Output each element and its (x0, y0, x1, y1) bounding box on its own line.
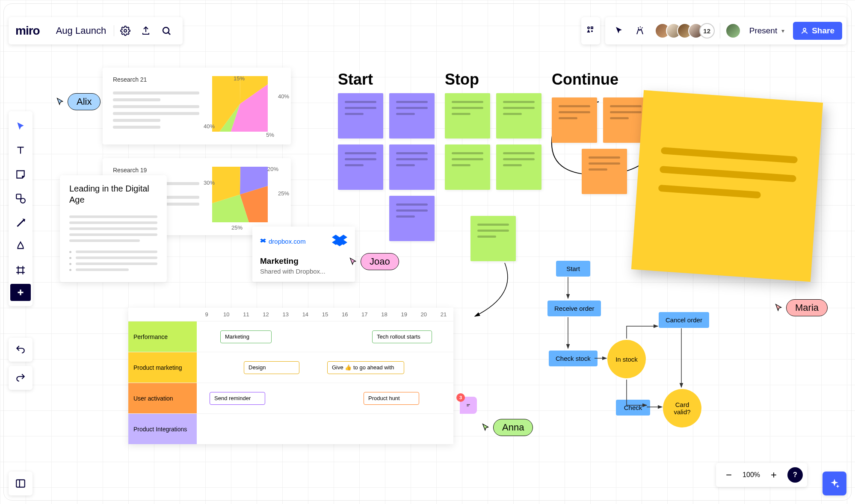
sticky-note[interactable] (389, 93, 435, 139)
connector-tool[interactable] (9, 210, 33, 234)
svg-point-11 (219, 83, 261, 125)
redo-button[interactable] (9, 366, 33, 390)
timeline-bar[interactable]: Tech rollout starts (372, 330, 432, 343)
sticky-note[interactable] (445, 144, 490, 190)
svg-point-1 (163, 27, 169, 33)
reactions-icon[interactable] (631, 21, 650, 40)
timeline-row-label: Product Integrations (128, 414, 197, 444)
sticky-note[interactable] (552, 97, 597, 143)
flow-node[interactable]: Check stock (549, 351, 598, 366)
svg-point-0 (124, 29, 127, 32)
sticky-note-tool[interactable] (9, 162, 33, 186)
chevron-down-icon: ▾ (781, 27, 784, 34)
gear-icon[interactable] (116, 21, 135, 40)
zoom-in-button[interactable]: + (765, 466, 782, 483)
svg-rect-7 (16, 480, 25, 487)
timeline-bar[interactable]: Give 👍 to go ahead with (327, 361, 404, 374)
timeline-bar[interactable]: Send reminder (210, 392, 265, 405)
svg-rect-5 (16, 194, 21, 199)
pie-chart: 20% 25% 25% 30% (212, 167, 281, 227)
timeline-widget[interactable]: 9 10 11 12 13 14 15 16 17 18 19 20 21 Pe… (128, 308, 453, 444)
dropbox-title: Marketing (260, 256, 347, 266)
dropbox-subtitle: Shared with Dropbox... (260, 268, 347, 275)
card-title: Research 19 (113, 167, 199, 174)
dropbox-card[interactable]: dropbox.com Marketing Shared with Dropbo… (252, 227, 355, 282)
current-user-avatar[interactable] (725, 23, 741, 38)
undo-button[interactable] (9, 338, 33, 362)
user-cursor-alix: Alix (56, 93, 101, 110)
card-title: Research 21 (113, 76, 199, 83)
sticky-note[interactable] (389, 144, 435, 190)
svg-point-15 (219, 174, 261, 215)
cursor-label: Maria (786, 299, 828, 316)
sticky-note[interactable] (470, 216, 516, 261)
user-cursor-joao: Joao (349, 253, 399, 270)
sticky-note[interactable] (496, 144, 541, 190)
cursor-label: Joao (361, 253, 399, 270)
column-heading-start: Start (338, 71, 373, 88)
flow-node[interactable]: Cancel order (659, 312, 709, 328)
sticky-note[interactable] (338, 144, 383, 190)
present-label: Present (749, 26, 777, 35)
pointer-icon (481, 423, 491, 432)
timeline-bar[interactable]: Product hunt (364, 392, 419, 405)
zoom-level[interactable]: 100% (743, 471, 760, 479)
timeline-bar[interactable]: Marketing (220, 330, 272, 343)
user-cursor-anna: Anna (481, 419, 533, 436)
research-card[interactable]: Research 21 15% 40% 5% 40% (103, 68, 291, 144)
help-button[interactable]: ? (787, 467, 803, 483)
toolbar (9, 111, 33, 306)
svg-point-6 (21, 198, 25, 203)
timeline-row-label: Product marketing (128, 352, 197, 383)
logo[interactable]: miro (15, 24, 47, 38)
svg-point-2 (588, 27, 589, 29)
search-icon[interactable] (157, 21, 176, 40)
timeline-row-label: User activation (128, 383, 197, 413)
present-button[interactable]: Present ▾ (743, 26, 790, 35)
apps-button[interactable] (581, 17, 600, 44)
share-button[interactable]: Share (793, 22, 842, 40)
collaboration-cluster: 12 Present ▾ Share (605, 17, 846, 44)
sticky-note[interactable] (445, 93, 490, 139)
flow-node-start[interactable]: Start (556, 261, 590, 277)
export-icon[interactable] (136, 21, 155, 40)
user-cursor-maria: Maria (774, 299, 828, 316)
flow-decision[interactable]: Card valid? (663, 389, 701, 427)
share-label: Share (812, 26, 834, 35)
board-title[interactable]: Aug Launch (48, 25, 114, 36)
column-heading-continue: Continue (552, 71, 618, 88)
pointer-icon (56, 97, 65, 106)
pen-tool[interactable] (9, 234, 33, 258)
cursor-label: Anna (493, 419, 533, 436)
dropbox-url: dropbox.com (260, 238, 306, 245)
comment-count-badge: 3 (456, 393, 465, 402)
flow-node[interactable]: Check (616, 400, 650, 416)
more-tools-button[interactable] (10, 284, 31, 301)
flow-decision[interactable]: In stock (607, 340, 646, 378)
comment-icon[interactable]: 3 (460, 397, 477, 414)
sticky-note[interactable] (582, 149, 627, 194)
select-tool[interactable] (9, 115, 33, 139)
zoom-out-button[interactable]: − (720, 466, 737, 483)
text-tool[interactable] (9, 139, 33, 162)
sticky-note[interactable] (338, 93, 383, 139)
document-card[interactable]: Leading in the Digital Age (60, 175, 167, 282)
sticky-note[interactable] (496, 93, 541, 139)
flow-node[interactable]: Receive order (547, 301, 601, 316)
ai-button[interactable] (822, 472, 846, 495)
panels-button[interactable] (9, 472, 33, 495)
header-right-cluster: 12 Present ▾ Share (581, 17, 846, 44)
sticky-note-large[interactable] (631, 90, 823, 282)
cursor-icon[interactable] (609, 21, 628, 40)
shape-tool[interactable] (9, 186, 33, 210)
frame-tool[interactable] (9, 258, 33, 282)
column-heading-stop: Stop (445, 71, 479, 88)
avatar-overflow-count[interactable]: 12 (699, 23, 715, 38)
svg-point-4 (803, 28, 806, 31)
pointer-icon (349, 257, 358, 266)
sticky-note[interactable] (389, 196, 435, 241)
timeline-bar[interactable]: Design (244, 361, 299, 374)
cursor-label: Alix (68, 93, 101, 110)
zoom-controls: − 100% + ? (716, 463, 807, 487)
svg-rect-3 (591, 27, 593, 29)
